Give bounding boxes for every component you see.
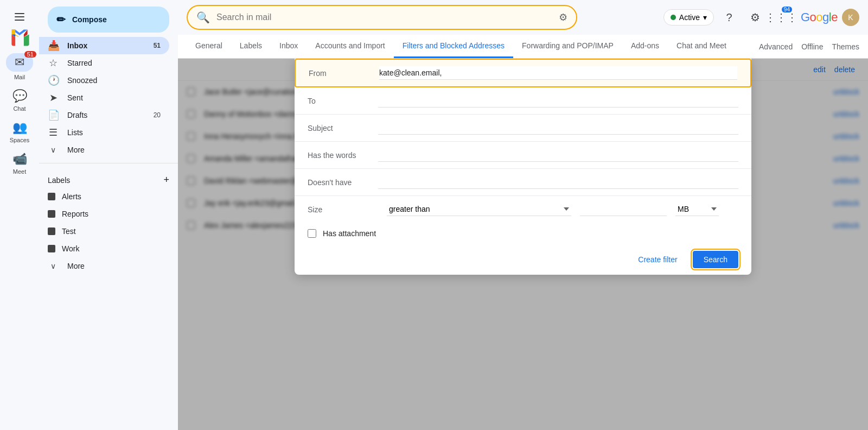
search-input[interactable] (216, 12, 552, 22)
label-item-reports[interactable]: Reports (39, 205, 169, 223)
label-item-test[interactable]: Test (39, 223, 169, 240)
apps-badge: 94 (782, 7, 792, 12)
sidebar-item-meet[interactable]: 📹 Meet (0, 148, 39, 179)
help-button[interactable]: ? (718, 7, 740, 28)
blocked-list: edit delete Jace Butler <jace@curationch… (178, 59, 868, 430)
size-comparator-select[interactable]: greater than less than (387, 203, 571, 216)
hamburger-menu[interactable] (10, 9, 29, 25)
search-filter-icon[interactable]: ⚙ (559, 11, 567, 23)
tab-addons[interactable]: Add-ons (622, 35, 668, 58)
label-test-label: Test (62, 227, 76, 236)
avatar[interactable]: K (842, 9, 859, 26)
icon-bar: ✉ 51 Mail 💬 Chat 👥 Spaces 📹 Meet (0, 0, 39, 430)
lists-label: Lists (67, 128, 161, 137)
nav-item-inbox[interactable]: 📥 Inbox 51 (39, 37, 169, 54)
content-tab-right: Advanced Offline Themes (759, 42, 859, 51)
search-filter-dialog: From To Subject Has the (295, 59, 751, 275)
inbox-count: 51 (154, 42, 161, 49)
help-icon: ? (726, 11, 732, 24)
label-alerts-label: Alerts (62, 192, 81, 201)
filter-row-attachment: Has attachment (295, 223, 751, 244)
doesnt-have-label: Doesn't have (308, 178, 378, 187)
nav-divider (39, 163, 178, 163)
from-input[interactable] (379, 66, 737, 80)
labels-header: Labels + (39, 172, 178, 188)
test-dot (48, 227, 55, 235)
nav-item-starred[interactable]: ☆ Starred (39, 54, 169, 72)
label-reports-label: Reports (62, 210, 88, 218)
label-item-alerts[interactable]: Alerts (39, 188, 169, 205)
lists-icon: ☰ (48, 127, 59, 138)
nav-item-more1[interactable]: ∨ More (39, 141, 169, 159)
chat-label: Chat (13, 105, 25, 112)
spaces-icon: 👥 (12, 121, 27, 135)
labels-add-icon[interactable]: + (163, 174, 169, 186)
create-filter-button[interactable]: Create filter (629, 251, 686, 268)
tab-inbox[interactable]: Inbox (271, 35, 307, 58)
subject-input[interactable] (378, 121, 738, 135)
nav-item-snoozed[interactable]: 🕐 Snoozed (39, 72, 169, 89)
nav-item-lists[interactable]: ☰ Lists (39, 124, 169, 141)
settings-button[interactable]: ⚙ (744, 7, 766, 28)
tab-accounts[interactable]: Accounts and Import (307, 35, 393, 58)
has-attachment-label: Has attachment (323, 229, 376, 238)
search-bar[interactable]: 🔍 ⚙ (187, 5, 577, 30)
subject-label: Subject (308, 124, 378, 132)
tab-chat[interactable]: Chat and Meet (668, 35, 735, 58)
app-wrapper: ✉ 51 Mail 💬 Chat 👥 Spaces 📹 Meet ✏ Compo… (0, 0, 868, 430)
labels-section: Labels + Alerts Reports Test Work ∨ Mo (39, 168, 178, 279)
snoozed-label: Snoozed (67, 76, 161, 85)
mail-icon: ✉ (15, 55, 24, 69)
has-words-input[interactable] (378, 148, 738, 162)
drafts-count: 20 (154, 111, 161, 119)
more1-label: More (67, 146, 161, 154)
starred-icon: ☆ (48, 57, 59, 69)
from-label: From (309, 69, 379, 78)
active-dot (671, 15, 676, 20)
sidebar-item-spaces[interactable]: 👥 Spaces (0, 116, 39, 148)
label-item-work[interactable]: Work (39, 240, 169, 257)
dialog-footer: Create filter Search (295, 244, 751, 275)
gmail-logo-icon (10, 27, 29, 47)
tab-advanced[interactable]: Advanced (759, 42, 793, 51)
more1-icon: ∨ (48, 146, 59, 154)
doesnt-have-input[interactable] (378, 175, 738, 189)
size-value-input[interactable] (580, 203, 667, 216)
nav-item-more-labels[interactable]: ∨ More (39, 257, 169, 275)
filter-row-subject: Subject (295, 115, 751, 142)
spaces-label: Spaces (10, 137, 30, 143)
search-icon: 🔍 (196, 11, 210, 24)
filter-row-size: Size greater than less than MB KB Bytes (295, 196, 751, 223)
topbar-right: Active ▾ ? ⚙ ⋮⋮⋮ 94 Google K (663, 7, 859, 28)
modal-overlay: From To Subject Has the (178, 59, 868, 430)
active-pill[interactable]: Active ▾ (663, 9, 714, 26)
has-attachment-checkbox[interactable] (308, 229, 316, 238)
apps-button[interactable]: ⋮⋮⋮ 94 (770, 7, 792, 28)
to-input[interactable] (378, 94, 738, 108)
drafts-label: Drafts (67, 111, 145, 119)
tab-forwarding[interactable]: Forwarding and POP/IMAP (513, 35, 622, 58)
sidebar-item-chat[interactable]: 💬 Chat (0, 85, 39, 116)
tab-themes[interactable]: Themes (832, 42, 859, 51)
sidebar-item-mail[interactable]: ✉ 51 Mail (0, 49, 39, 85)
inbox-label: Inbox (67, 41, 145, 50)
nav-item-sent[interactable]: ➤ Sent (39, 89, 169, 106)
settings-icon: ⚙ (750, 11, 760, 24)
content-tabs: General Labels Inbox Accounts and Import… (178, 35, 868, 59)
sidebar: ✏ Compose 📥 Inbox 51 ☆ Starred 🕐 Snoozed… (39, 0, 178, 430)
size-unit-select[interactable]: MB KB Bytes (675, 203, 719, 216)
compose-button[interactable]: ✏ Compose (48, 7, 169, 33)
nav-item-drafts[interactable]: 📄 Drafts 20 (39, 106, 169, 124)
size-label: Size (308, 205, 378, 214)
meet-label: Meet (13, 168, 26, 175)
tab-labels[interactable]: Labels (231, 35, 271, 58)
filter-row-has-words: Has the words (295, 142, 751, 169)
tab-offline[interactable]: Offline (801, 42, 823, 51)
active-label: Active (679, 13, 700, 22)
tab-filters[interactable]: Filters and Blocked Addresses (394, 35, 513, 58)
tab-general[interactable]: General (187, 35, 231, 58)
active-chevron: ▾ (703, 13, 707, 22)
search-button[interactable]: Search (693, 251, 738, 268)
drafts-icon: 📄 (48, 109, 59, 121)
main-content: 🔍 ⚙ Active ▾ ? ⚙ ⋮⋮⋮ 94 (178, 0, 868, 430)
